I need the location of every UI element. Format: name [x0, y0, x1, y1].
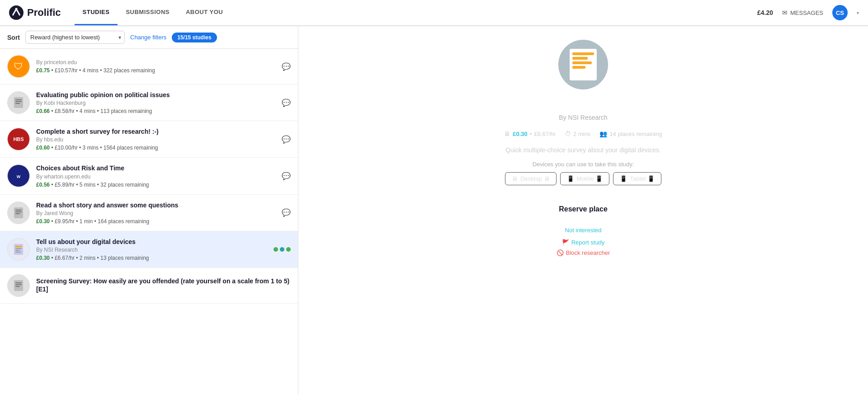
- princeton-shield-icon: 🛡: [14, 61, 23, 72]
- hbs-logo-text: HBS: [13, 136, 24, 142]
- study-logo: [7, 274, 30, 297]
- study-info: Complete a short survey for research! :-…: [36, 127, 275, 151]
- study-item[interactable]: W Choices about Risk and Time By wharton…: [0, 158, 298, 194]
- detail-study-title: Tell us about your digital devices: [498, 98, 669, 111]
- doc-illustration: [570, 49, 597, 80]
- dot-3: [286, 247, 291, 252]
- study-author: By hbs.edu: [36, 136, 275, 143]
- svg-text:W: W: [17, 174, 21, 179]
- svg-rect-15: [15, 250, 20, 251]
- detail-time-meta: ⏱ 2 mins: [565, 130, 590, 137]
- study-detail-illustration: [558, 40, 608, 89]
- study-item[interactable]: Read a short story and answer some quest…: [0, 195, 298, 231]
- study-item[interactable]: 🛡 By princeton.edu £0.75 • £10.57/hr • 4…: [0, 49, 298, 84]
- doc-line-3: [572, 61, 592, 64]
- svg-point-0: [9, 5, 24, 20]
- clock-icon: ⏱: [565, 130, 571, 137]
- sort-bar: Sort Reward (highest to lowest) Newest f…: [0, 26, 298, 49]
- study-logo: [7, 238, 30, 261]
- change-filters-link[interactable]: Change filters: [130, 34, 166, 41]
- study-title: Read a short story and answer some quest…: [36, 201, 275, 209]
- mail-icon: ✉: [782, 9, 788, 16]
- study-chat-icon: 💬: [282, 98, 291, 107]
- studies-list: 🛡 By princeton.edu £0.75 • £10.57/hr • 4…: [0, 49, 298, 394]
- study-item[interactable]: HBS Complete a short survey for research…: [0, 121, 298, 158]
- svg-rect-10: [15, 211, 22, 212]
- block-icon: 🚫: [557, 249, 564, 256]
- detail-reward-meta: 🖥 £0.30 • £6.67/hr: [504, 130, 556, 137]
- nav-right: £4.20 ✉ MESSAGES CS ▾: [757, 5, 859, 20]
- nav-messages[interactable]: ✉ MESSAGES: [782, 9, 823, 16]
- detail-devices-label: Devices you can use to take this study:: [533, 161, 634, 168]
- sort-label: Sort: [7, 34, 20, 41]
- svg-rect-16: [15, 252, 21, 253]
- study-title: Screening Survey: How easily are you off…: [36, 277, 291, 293]
- nav-submissions[interactable]: SUBMISSIONS: [118, 0, 178, 25]
- doc-line-4: [572, 66, 585, 69]
- nav-logo[interactable]: Prolific: [9, 5, 61, 20]
- tablet-icon: 📱: [620, 175, 627, 182]
- block-researcher-link[interactable]: 🚫 Block researcher: [557, 249, 610, 256]
- svg-rect-14: [15, 248, 22, 249]
- svg-rect-19: [15, 284, 22, 285]
- study-item-selected[interactable]: Tell us about your digital devices By NS…: [0, 231, 298, 268]
- svg-rect-4: [15, 101, 22, 102]
- mobile-label: Mobile 📱: [577, 175, 603, 182]
- nav-studies[interactable]: STUDIES: [75, 0, 118, 25]
- svg-rect-13: [15, 246, 22, 247]
- doc-icon: [12, 96, 25, 109]
- block-label: Block researcher: [566, 249, 610, 256]
- study-title: Choices about Risk and Time: [36, 164, 275, 172]
- not-interested-link[interactable]: Not interested: [565, 227, 602, 234]
- sort-select[interactable]: Reward (highest to lowest) Newest first …: [25, 31, 125, 44]
- detail-author: By NSI Research: [559, 114, 607, 121]
- study-logo: W: [7, 164, 30, 187]
- prolific-logo-icon: [9, 5, 24, 20]
- sort-select-wrapper: Reward (highest to lowest) Newest first …: [25, 31, 125, 44]
- detail-places-meta: 👥 14 places remaining: [599, 130, 662, 137]
- study-places: 322 places remaining: [104, 67, 155, 74]
- right-content: Tell us about your digital devices By NS…: [298, 26, 868, 394]
- tablet-label: Tablet 📱: [630, 175, 654, 182]
- svg-rect-11: [15, 213, 20, 214]
- nav-links: STUDIES SUBMISSIONS ABOUT YOU: [75, 0, 231, 25]
- study-meta: £0.66 • £8.58/hr • 4 mins • 113 places r…: [36, 108, 275, 114]
- device-tablet[interactable]: 📱 Tablet 📱: [613, 172, 661, 185]
- study-chat-icon: 💬: [282, 172, 291, 180]
- study-info: Choices about Risk and Time By wharton.u…: [36, 164, 275, 188]
- study-logo: HBS: [7, 128, 30, 150]
- device-desktop[interactable]: 🖥 Desktop 🖥: [505, 172, 556, 185]
- study-logo: [7, 202, 30, 224]
- desktop-icon: 🖥: [512, 175, 518, 182]
- navbar: Prolific STUDIES SUBMISSIONS ABOUT YOU £…: [0, 0, 868, 26]
- study-rate-val: £10.57/hr: [55, 67, 78, 74]
- detail-places: 14 places remaining: [609, 131, 662, 137]
- nsi-icon: [12, 243, 25, 256]
- svg-rect-8: [14, 207, 23, 218]
- study-meta: £0.56 • £5.89/hr • 5 mins • 32 places re…: [36, 182, 275, 188]
- studies-count-badge: 15/15 studies: [172, 33, 217, 42]
- report-study-link[interactable]: 🚩 Report study: [562, 239, 605, 246]
- device-mobile[interactable]: 📱 Mobile 📱: [560, 172, 610, 185]
- detail-rate: £6.67/hr: [534, 131, 556, 137]
- study-item[interactable]: Evaluating public opinion on political i…: [0, 84, 298, 121]
- dot-2: [280, 247, 284, 252]
- study-author: By Jared Wong: [36, 210, 275, 216]
- device-tags: 🖥 Desktop 🖥 📱 Mobile 📱 📱 Tablet 📱: [505, 172, 661, 185]
- doc-line-1: [572, 52, 594, 55]
- study-rate: •: [51, 67, 55, 74]
- nav-balance: £4.20: [757, 9, 773, 16]
- dot-1: [274, 247, 278, 252]
- study-title: Tell us about your digital devices: [36, 238, 267, 246]
- study-meta: £0.30 • £9.95/hr • 1 min • 164 places re…: [36, 218, 275, 225]
- nav-avatar[interactable]: CS: [832, 5, 848, 20]
- study-item[interactable]: Screening Survey: How easily are you off…: [0, 268, 298, 304]
- svg-rect-9: [15, 210, 22, 211]
- svg-rect-18: [15, 282, 22, 283]
- nav-about-you[interactable]: ABOUT YOU: [178, 0, 231, 25]
- reserve-place-button[interactable]: Reserve place: [536, 199, 630, 220]
- doc-line-2: [572, 57, 588, 60]
- jared-icon: [12, 206, 25, 219]
- screening-icon: [12, 279, 25, 292]
- action-links: Not interested 🚩 Report study 🚫 Block re…: [557, 227, 610, 256]
